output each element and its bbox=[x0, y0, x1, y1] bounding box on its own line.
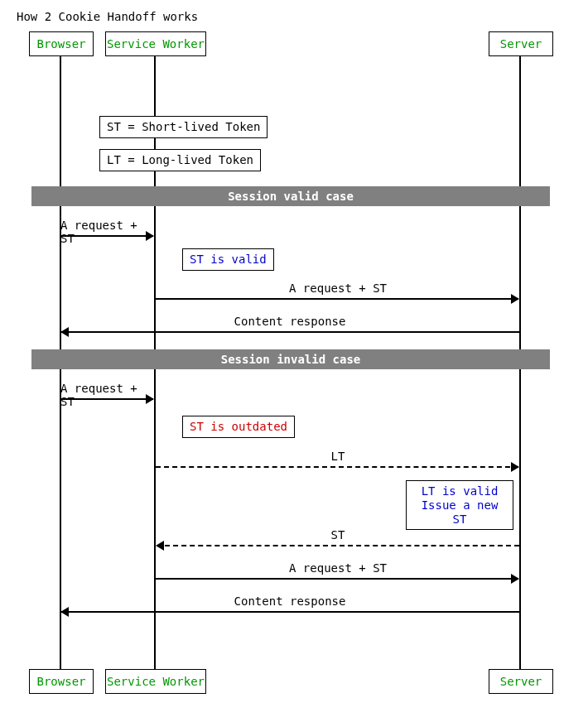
arrow-valid-resp bbox=[61, 331, 520, 333]
participant-service-worker-top: Service Worker bbox=[105, 31, 206, 56]
divider-valid: Session valid case bbox=[31, 186, 550, 206]
note-lt-valid-line1: LT is valid bbox=[422, 484, 499, 498]
msg-valid-fwd-label: A request + ST bbox=[156, 282, 520, 295]
arrow-lt bbox=[156, 466, 518, 468]
note-lt-valid: LT is valid Issue a new ST bbox=[406, 480, 513, 530]
participant-server-bottom: Server bbox=[489, 669, 553, 694]
divider-invalid: Session invalid case bbox=[31, 349, 550, 369]
arrow-valid-fwd bbox=[156, 298, 518, 300]
msg-invalid-fwd-label: A request + ST bbox=[156, 561, 520, 575]
participant-service-worker-bottom: Service Worker bbox=[105, 669, 206, 694]
arrow-st bbox=[157, 545, 519, 546]
participant-browser-bottom: Browser bbox=[29, 669, 94, 694]
msg-valid-req-label: A request + ST bbox=[60, 219, 155, 245]
legend-st: ST = Short-lived Token bbox=[99, 116, 267, 138]
arrow-invalid-resp bbox=[61, 611, 520, 613]
msg-lt-label: LT bbox=[156, 450, 520, 463]
msg-invalid-req-label: A request + ST bbox=[60, 382, 155, 408]
participant-browser-top: Browser bbox=[29, 31, 94, 56]
diagram-title: How 2 Cookie Handoff works bbox=[17, 10, 198, 23]
sequence-diagram: How 2 Cookie Handoff works Browser Servi… bbox=[0, 0, 588, 722]
arrow-valid-req bbox=[60, 235, 153, 237]
msg-valid-resp-label: Content response bbox=[60, 315, 519, 328]
note-lt-valid-line2: Issue a new ST bbox=[422, 498, 499, 526]
note-st-outdated: ST is outdated bbox=[182, 416, 295, 438]
note-st-valid: ST is valid bbox=[182, 248, 274, 271]
arrow-invalid-fwd bbox=[156, 578, 518, 580]
arrow-invalid-req bbox=[60, 398, 153, 400]
msg-st-label: ST bbox=[156, 528, 520, 542]
participant-server-top: Server bbox=[489, 31, 553, 56]
msg-invalid-resp-label: Content response bbox=[60, 594, 519, 608]
legend-lt: LT = Long-lived Token bbox=[99, 149, 261, 171]
